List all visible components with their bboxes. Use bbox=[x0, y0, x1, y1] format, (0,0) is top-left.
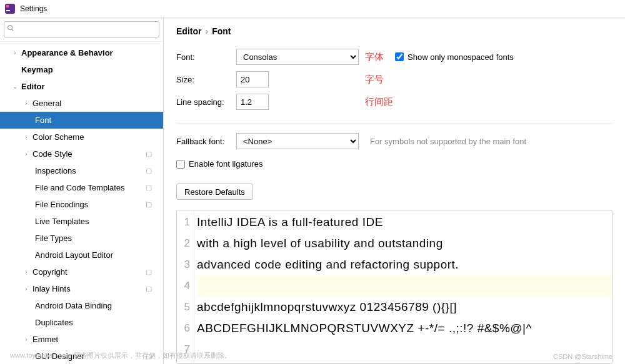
sidebar-item-label: Inspections bbox=[35, 166, 163, 175]
preview-line bbox=[197, 275, 612, 297]
size-input[interactable] bbox=[236, 71, 269, 87]
size-label: Size: bbox=[176, 75, 236, 84]
settings-tree: ›Appearance & BehaviorKeymap⌄Editor›Gene… bbox=[0, 42, 163, 364]
sidebar-item-android-data-binding[interactable]: Android Data Binding bbox=[0, 297, 163, 314]
sidebar-item-color-scheme[interactable]: ›Color Scheme bbox=[0, 129, 163, 145]
fallback-label: Fallback font: bbox=[176, 137, 236, 146]
window-title: Settings bbox=[20, 4, 47, 13]
chevron-right-icon: › bbox=[22, 134, 30, 140]
divider bbox=[176, 124, 612, 124]
font-annotation: 字体 bbox=[365, 51, 384, 63]
sidebar-item-label: Duplicates bbox=[35, 318, 163, 327]
svg-rect-2 bbox=[6, 10, 10, 11]
chevron-right-icon: › bbox=[22, 336, 30, 343]
project-scope-icon: ▢ bbox=[146, 150, 152, 158]
sidebar-item-duplicates[interactable]: Duplicates bbox=[0, 314, 163, 331]
chevron-right-icon: › bbox=[22, 285, 30, 292]
ligatures-checkbox-row[interactable]: Enable font ligatures bbox=[176, 159, 263, 169]
sidebar-item-editor[interactable]: ⌄Editor bbox=[0, 78, 163, 95]
sidebar-item-label: Android Data Binding bbox=[35, 301, 163, 310]
sidebar-item-label: Live Templates bbox=[35, 217, 163, 226]
spacing-annotation: 行间距 bbox=[365, 96, 393, 108]
sidebar-item-inspections[interactable]: Inspections▢ bbox=[0, 162, 163, 179]
search-icon bbox=[6, 24, 15, 32]
sidebar-item-font[interactable]: Font bbox=[0, 112, 163, 129]
sidebar-item-label: Android Layout Editor bbox=[35, 250, 163, 260]
font-label: Font: bbox=[176, 52, 236, 62]
project-scope-icon: ▢ bbox=[146, 268, 152, 276]
preview-line: IntelliJ IDEA is a full-featured IDE bbox=[197, 212, 612, 233]
font-preview: 12345678 IntelliJ IDEA is a full-feature… bbox=[176, 210, 612, 364]
sidebar-item-label: Emmet bbox=[32, 335, 163, 344]
settings-content: Editor › Font Font: Consolas 字体 Show onl… bbox=[164, 17, 625, 364]
preview-line: with a high level of usability and outst… bbox=[197, 233, 612, 254]
search-input[interactable] bbox=[4, 21, 159, 37]
project-scope-icon: ▢ bbox=[146, 167, 152, 175]
app-icon bbox=[5, 4, 15, 14]
breadcrumb-sep: › bbox=[205, 26, 208, 36]
monospace-checkbox[interactable] bbox=[395, 52, 404, 61]
chevron-down-icon: ⌄ bbox=[11, 83, 19, 90]
sidebar-item-label: Inlay Hints bbox=[32, 284, 163, 293]
sidebar-item-inlay-hints[interactable]: ›Inlay Hints▢ bbox=[0, 280, 163, 297]
svg-point-3 bbox=[8, 26, 12, 30]
chevron-right-icon: › bbox=[22, 100, 30, 107]
font-select[interactable]: Consolas bbox=[236, 49, 359, 65]
chevron-right-icon: › bbox=[22, 268, 30, 275]
preview-line: abcdefghijklmnopqrstuvwxyz 0123456789 ()… bbox=[197, 297, 612, 318]
breadcrumb-editor[interactable]: Editor bbox=[176, 26, 201, 36]
sidebar-item-label: Code Style bbox=[32, 149, 163, 159]
chevron-right-icon: › bbox=[11, 49, 19, 56]
sidebar-item-live-templates[interactable]: Live Templates bbox=[0, 213, 163, 230]
sidebar-item-label: Editor bbox=[21, 82, 163, 91]
preview-line bbox=[197, 360, 612, 364]
fallback-select[interactable]: <None> bbox=[236, 133, 359, 149]
ligatures-label: Enable font ligatures bbox=[189, 159, 263, 169]
sidebar-item-android-layout-editor[interactable]: Android Layout Editor bbox=[0, 247, 163, 263]
preview-line: ABCDEFGHIJKLMNOPQRSTUVWXYZ +-*/= .,;:!? … bbox=[197, 318, 612, 339]
settings-sidebar: ›Appearance & BehaviorKeymap⌄Editor›Gene… bbox=[0, 17, 164, 364]
size-annotation: 字号 bbox=[365, 74, 384, 86]
sidebar-item-keymap[interactable]: Keymap bbox=[0, 61, 163, 78]
sidebar-item-label: General bbox=[32, 99, 163, 108]
monospace-checkbox-row[interactable]: Show only monospaced fonts bbox=[395, 52, 514, 62]
sidebar-item-label: Copyright bbox=[32, 267, 163, 277]
preview-gutter: 12345678 bbox=[177, 210, 194, 363]
sidebar-item-label: Appearance & Behavior bbox=[21, 48, 163, 57]
restore-defaults-button[interactable]: Restore Defaults bbox=[176, 184, 253, 200]
preview-line bbox=[197, 339, 612, 360]
svg-line-4 bbox=[12, 29, 14, 31]
breadcrumb-font: Font bbox=[212, 26, 231, 36]
chevron-right-icon: › bbox=[22, 150, 30, 157]
sidebar-item-copyright[interactable]: ›Copyright▢ bbox=[0, 263, 163, 280]
sidebar-item-file-encodings[interactable]: File Encodings▢ bbox=[0, 196, 163, 213]
sidebar-item-label: Color Scheme bbox=[32, 132, 163, 142]
fallback-hint: For symbols not supported by the main fo… bbox=[370, 137, 526, 146]
preview-code[interactable]: IntelliJ IDEA is a full-featured IDEwith… bbox=[194, 210, 612, 363]
spacing-label: Line spacing: bbox=[176, 97, 236, 107]
watermark-right: CSDN @Starshime bbox=[553, 353, 612, 360]
sidebar-item-file-types[interactable]: File Types bbox=[0, 230, 163, 247]
preview-line: advanced code editing and refactoring su… bbox=[197, 254, 612, 275]
sidebar-item-general[interactable]: ›General bbox=[0, 95, 163, 112]
svg-rect-1 bbox=[6, 5, 9, 7]
titlebar: Settings bbox=[0, 0, 625, 17]
ligatures-checkbox[interactable] bbox=[176, 160, 185, 169]
project-scope-icon: ▢ bbox=[146, 184, 152, 192]
breadcrumb: Editor › Font bbox=[176, 26, 612, 36]
sidebar-item-label: Keymap bbox=[21, 65, 163, 74]
sidebar-item-label: File and Code Templates bbox=[35, 183, 163, 192]
sidebar-item-label: Font bbox=[35, 116, 163, 125]
project-scope-icon: ▢ bbox=[146, 285, 152, 293]
monospace-label: Show only monospaced fonts bbox=[408, 52, 514, 62]
sidebar-item-file-and-code-templates[interactable]: File and Code Templates▢ bbox=[0, 179, 163, 196]
sidebar-item-label: File Encodings bbox=[35, 200, 163, 209]
sidebar-item-emmet[interactable]: ›Emmet bbox=[0, 331, 163, 348]
watermark-left: www.toymoban.com 网络图片仅供展示，非存储，如有侵权请联系删除。 bbox=[10, 351, 231, 360]
project-scope-icon: ▢ bbox=[146, 200, 152, 209]
sidebar-item-appearance-behavior[interactable]: ›Appearance & Behavior bbox=[0, 44, 163, 61]
spacing-input[interactable] bbox=[236, 94, 269, 110]
sidebar-item-code-style[interactable]: ›Code Style▢ bbox=[0, 145, 163, 162]
sidebar-item-label: File Types bbox=[35, 234, 163, 243]
